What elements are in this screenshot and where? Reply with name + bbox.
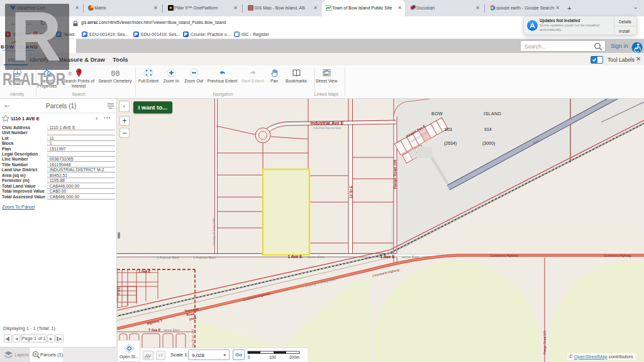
svg-text:venue East: venue East: [401, 255, 419, 259]
svg-text:1 Ave E: 1 Ave E: [287, 254, 303, 259]
svg-text:(2634): (2634): [444, 141, 457, 146]
svg-text:100: 100: [269, 355, 276, 359]
svg-text:venue East: venue East: [164, 328, 180, 332]
svg-text:1 Ave E: 1 Ave E: [380, 254, 395, 259]
svg-text:1 Ave E: 1 Ave E: [138, 269, 151, 273]
svg-text:BOW: BOW: [431, 111, 443, 116]
svg-text:Industrial Ave E: Industrial Ave E: [311, 121, 344, 125]
svg-text:200m: 200m: [289, 355, 299, 359]
svg-text:Crowsnest Highway: Crowsnest Highway: [491, 254, 519, 257]
svg-text:1 Avenue East: 1 Avenue East: [157, 256, 179, 259]
svg-text:4 St E: 4 St E: [118, 287, 121, 295]
svg-text:Range Road 105: Range Road 105: [543, 331, 547, 354]
svg-text:7 Ave E: 7 Ave E: [148, 328, 161, 332]
svg-text:Range Road 105: Range Road 105: [393, 159, 397, 189]
svg-text:1 Avenue East: 1 Avenue East: [193, 256, 216, 259]
svg-text:803: 803: [445, 127, 452, 132]
svg-text:(3000): (3000): [482, 141, 495, 146]
svg-text:0: 0: [248, 355, 250, 359]
svg-text:914: 914: [484, 127, 492, 132]
svg-text:Crowsnest Highway: Crowsnest Highway: [604, 254, 632, 257]
svg-text:12 St E: 12 St E: [349, 186, 353, 198]
svg-text:venue East: venue East: [307, 255, 325, 259]
svg-text:ISLAND: ISLAND: [484, 111, 501, 116]
svg-text:Range Road 1043: Range Road 1043: [191, 329, 194, 349]
svg-text:Industrial Avenue East: Industrial Avenue East: [313, 127, 341, 130]
svg-text:County of Forty Mile: County of Forty Mile: [213, 218, 216, 245]
